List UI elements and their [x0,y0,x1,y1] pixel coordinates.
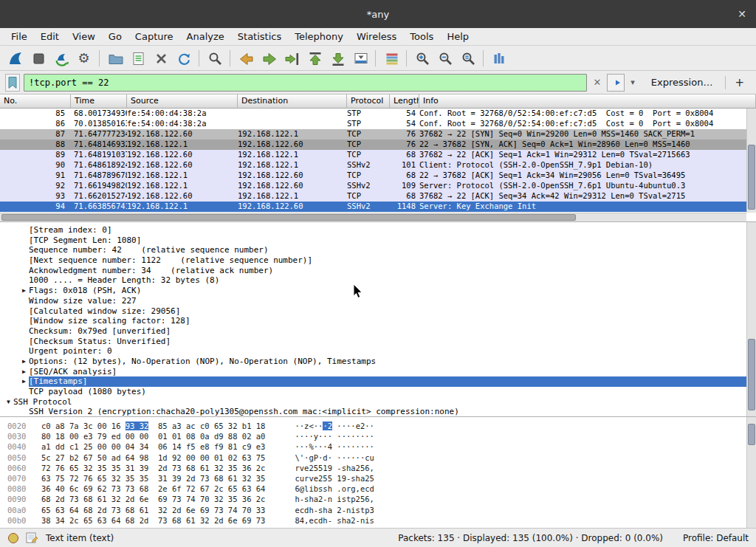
packet-row[interactable]: 8568.001734936fe:54:00:d4:38:2aSTP54Conf… [0,109,756,119]
column-header-source[interactable]: Source [127,94,238,109]
detail-line[interactable]: Urgent pointer: 0 [0,346,756,357]
hex-bytes[interactable]: 68 2d 73 68 61 32 2d 6e 69 73 74 70 32 3… [41,494,265,504]
hex-bytes[interactable]: 65 63 64 68 2d 73 68 61 32 2d 6e 69 73 7… [41,505,265,515]
hex-ascii[interactable]: 84,ecdh- sha2-nis [295,515,374,526]
hex-bytes[interactable]: 63 75 72 76 65 32 35 35 31 39 2d 73 68 6… [41,473,265,484]
display-filter-input[interactable] [24,74,587,92]
hex-ascii[interactable]: curve255 19-sha25 [295,473,374,484]
scrollbar-thumb[interactable] [1,214,576,221]
hex-ascii[interactable]: ···%···4 ········ [295,441,374,452]
expander-icon[interactable]: ▶ [19,357,29,367]
packet-row[interactable]: 8871.648146932192.168.122.1192.168.122.6… [0,140,756,150]
expander-icon[interactable] [19,337,29,347]
detail-line[interactable]: [Checksum Status: Unverified] [0,337,756,347]
close-window-button[interactable]: ✕ [738,7,746,21]
expander-icon[interactable] [19,407,29,416]
hex-ascii[interactable]: ··z<···2 ····e2·· [295,421,374,431]
detail-line[interactable]: TCP payload (1080 bytes) [0,387,756,397]
packet-row[interactable]: 9371.662015274192.168.122.60192.168.122.… [0,191,756,202]
filter-clear-icon[interactable]: ✕ [591,77,603,88]
hex-row[interactable]: 006072 76 65 32 35 35 31 39 2d 73 68 61 … [0,463,756,473]
column-header-length[interactable]: Length [390,94,419,109]
menu-tools[interactable]: Tools [403,30,440,44]
expander-icon[interactable] [19,387,29,397]
scrollbar-thumb[interactable] [748,424,755,445]
expander-icon[interactable] [19,266,29,276]
detail-line[interactable]: [Stream index: 0] [0,225,756,235]
auto-scroll-button[interactable] [348,48,371,69]
hex-bytes[interactable]: 72 76 65 32 35 35 31 39 2d 73 68 61 32 3… [41,463,265,473]
resize-columns-button[interactable] [487,48,510,69]
hex-bytes[interactable]: a1 dd c1 25 00 00 04 34 06 14 f5 e8 f9 8… [41,441,265,452]
detail-line[interactable]: [Window size scaling factor: 128] [0,316,756,326]
scrollbar-thumb[interactable] [748,145,755,209]
hex-row[interactable]: 0040a1 dd c1 25 00 00 04 34 06 14 f5 e8 … [0,441,756,452]
go-first-packet-button[interactable] [303,48,326,69]
menu-edit[interactable]: Edit [34,30,66,44]
packet-list-vertical-scrollbar[interactable] [746,109,756,213]
close-file-button[interactable] [149,48,172,69]
detail-line[interactable]: Sequence number: 42 (relative sequence n… [0,245,756,255]
detail-line[interactable]: Window size value: 227 [0,296,756,306]
expression-button[interactable]: Expression… [641,77,722,88]
colorize-button[interactable] [379,48,402,69]
hex-row[interactable]: 0020c0 a8 7a 3c 00 16 93 32 85 a3 ac c0 … [0,421,756,431]
menu-wireless[interactable]: Wireless [350,30,403,44]
expander-icon[interactable] [19,245,29,255]
column-header-time[interactable]: Time [71,94,127,109]
open-file-button[interactable] [103,48,126,69]
hex-row[interactable]: 009068 2d 73 68 61 32 2d 6e 69 73 74 70 … [0,494,756,504]
capture-options-button[interactable]: ⚙ [72,48,95,69]
expander-icon[interactable] [19,306,29,317]
expander-icon[interactable]: ▶ [19,286,29,296]
packet-row[interactable]: 8670.013850163fe:54:00:d4:38:2aSTP54Conf… [0,119,756,129]
packet-list-horizontal-scrollbar[interactable] [0,213,746,221]
detail-line[interactable]: 1000 .... = Header Length: 32 bytes (8) [0,275,756,286]
hex-row[interactable]: 00a065 63 64 68 2d 73 68 61 32 2d 6e 69 … [0,505,756,515]
expander-icon[interactable]: ▼ [4,397,13,407]
add-filter-button[interactable]: + [725,76,751,89]
scrollbar-thumb[interactable] [748,339,755,410]
go-to-packet-button[interactable] [280,48,303,69]
expander-icon[interactable] [19,296,29,306]
expander-icon[interactable]: ▶ [19,376,29,387]
hex-ascii[interactable]: ····y··· ········ [295,431,374,441]
capture-file-properties-icon[interactable] [26,531,39,544]
expander-icon[interactable] [19,316,29,326]
packet-row[interactable]: 9071.648618924192.168.122.60192.168.122.… [0,160,756,171]
expander-icon[interactable]: ▶ [19,367,29,377]
find-packet-button[interactable] [203,48,226,69]
hex-ascii[interactable]: rve25519 -sha256, [295,463,374,473]
hex-ascii[interactable]: 6@libssh .org,ecd [295,484,374,494]
column-header-no[interactable]: No. [0,94,71,109]
hex-row[interactable]: 008036 40 6c 69 62 73 73 68 2e 6f 72 67 … [0,484,756,494]
expert-info-icon[interactable] [7,532,19,544]
filter-bookmark-button[interactable] [5,74,20,92]
expander-icon[interactable] [19,235,29,246]
menu-view[interactable]: View [66,30,102,44]
detail-line[interactable]: [Calculated window size: 29056] [0,306,756,317]
expander-icon[interactable] [19,326,29,337]
packet-row[interactable]: 9271.661949820192.168.122.1192.168.122.6… [0,181,756,191]
expander-icon[interactable] [19,346,29,357]
detail-line[interactable]: [Next sequence number: 1122 (relative se… [0,255,756,266]
hex-bytes[interactable]: 5c 27 b2 67 50 ad 64 98 1d 92 00 00 01 0… [41,453,265,463]
save-file-button[interactable] [126,48,149,69]
column-header-protocol[interactable]: Protocol [347,94,390,109]
detail-line-selected[interactable]: ▶[Timestamps] [0,376,756,387]
column-header-destination[interactable]: Destination [238,94,347,109]
menu-capture[interactable]: Capture [128,30,180,44]
zoom-out-button[interactable] [433,48,456,69]
packet-row[interactable]: 8971.648191037192.168.122.60192.168.122.… [0,150,756,160]
hex-ascii[interactable]: h-sha2-n istp256, [295,494,374,504]
detail-line[interactable]: ▼SSH Protocol [0,397,756,407]
detail-line[interactable]: ▶[SEQ/ACK analysis] [0,367,756,377]
expander-icon[interactable] [19,275,29,286]
column-header-info[interactable]: Info [419,94,756,109]
packet-row[interactable]: 9171.648789678192.168.122.1192.168.122.6… [0,171,756,181]
hex-vertical-scrollbar[interactable] [746,417,756,528]
menu-statistics[interactable]: Statistics [231,30,288,44]
stop-capture-button[interactable] [27,48,49,69]
hex-bytes[interactable]: 38 34 2c 65 63 64 68 2d 73 68 61 32 2d 6… [41,515,265,526]
zoom-in-button[interactable] [410,48,433,69]
